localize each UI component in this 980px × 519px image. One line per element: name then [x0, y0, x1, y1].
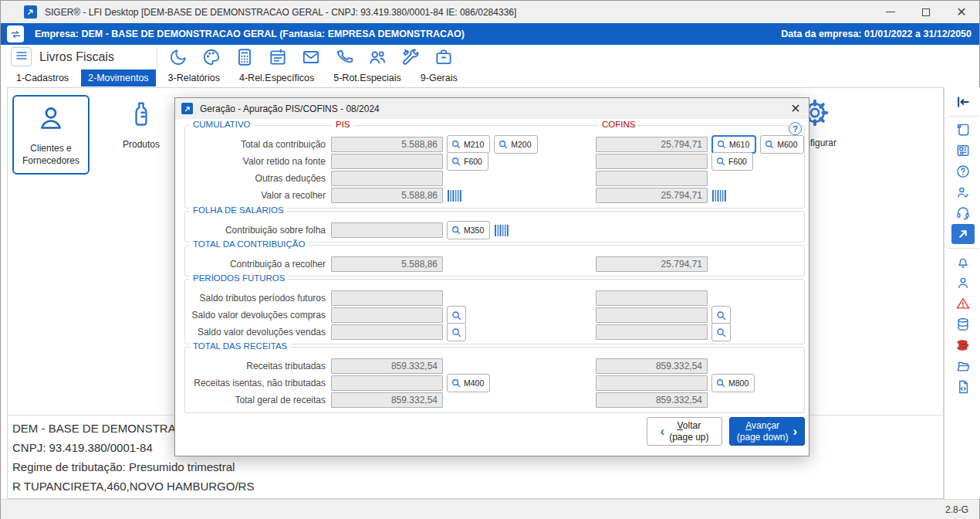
dialog-close-icon[interactable]: ✕	[782, 98, 809, 119]
shortcut-label: Clientes e Fornecedores	[14, 143, 88, 167]
main-toolbar: Livros Fiscais	[1, 45, 979, 69]
cofins-outras-deducoes-field	[596, 171, 708, 186]
sidebar-divider	[948, 116, 978, 117]
briefcase-icon[interactable]	[434, 47, 454, 67]
dialog-title: Geração - Apuração PIS/COFINS - 08/2024	[200, 103, 380, 114]
m400-button[interactable]: M400	[447, 374, 490, 392]
row-valor-retido: Valor retido na fonte F600 F600	[185, 153, 801, 170]
m350-button[interactable]: M350	[447, 221, 490, 239]
shortcut-label: Produtos	[123, 139, 160, 151]
m200-button[interactable]: M200	[494, 135, 537, 154]
window-title: SIGER® - LFI Desktop [DEM-BASE DE DEMONS…	[45, 7, 516, 18]
section-periodos-futuros: PERÍODOS FUTUROS Saldo tributos períodos…	[184, 279, 805, 344]
close-button[interactable]: ✕	[944, 1, 979, 23]
tab-movimentos[interactable]: 2-Movimentos	[81, 70, 156, 86]
moon-icon[interactable]	[168, 47, 188, 67]
row-contribuicao-recolher: Contribuição a recolher 5.588,86 25.794,…	[185, 256, 801, 273]
coins-icon[interactable]	[951, 335, 975, 355]
window-titlebar: SIGER® - LFI Desktop [DEM-BASE DE DEMONS…	[1, 1, 979, 23]
tab-cadastros[interactable]: 1-Cadastros	[9, 70, 76, 86]
barcode-icon[interactable]	[711, 190, 728, 202]
barcode-icon[interactable]	[494, 225, 511, 236]
row-saldo-tributos: Saldo tributos períodos futuros	[185, 290, 801, 307]
row-outras-deducoes: Outras deduções	[185, 170, 801, 187]
company-switch-icon[interactable]	[7, 25, 24, 42]
phone-icon[interactable]	[334, 47, 354, 67]
row-contribuicao-folha: Contribuição sobre folha M350	[185, 222, 801, 239]
search-button[interactable]	[711, 306, 731, 324]
search-button[interactable]	[447, 306, 466, 324]
search-button[interactable]	[711, 323, 731, 341]
folder-open-icon[interactable]	[951, 356, 975, 376]
menu-tabbar: 1-Cadastros 2-Movimentos 3-Relatórios 4-…	[1, 69, 979, 87]
user-icon[interactable]	[951, 273, 975, 293]
database-icon[interactable]	[951, 314, 975, 334]
help-icon[interactable]	[951, 161, 975, 181]
section-cumulativo: CUMULATIVO PIS COFINS Total da contribui…	[184, 125, 805, 209]
collapse-panel-icon[interactable]	[951, 92, 975, 112]
menu-button[interactable]	[11, 47, 32, 66]
m800-button[interactable]: M800	[711, 374, 755, 392]
tab-relatorios[interactable]: 3-Relatórios	[161, 70, 227, 86]
alert-icon[interactable]	[951, 293, 975, 314]
field-label: Total da contribuição	[185, 139, 331, 150]
calculator-icon[interactable]	[235, 47, 255, 67]
sidebar-divider	[948, 248, 978, 249]
file-code-icon[interactable]	[951, 377, 975, 397]
row-receitas-isentas: Receitas isentas, não tributadas M400 M8…	[185, 375, 801, 392]
pis-valor-recolher-field: 5.588,86	[331, 188, 443, 203]
cofins-receitas-tributadas-field: 859.332,54	[596, 358, 708, 374]
barcode-icon[interactable]	[447, 190, 464, 202]
f600-cofins-button[interactable]: F600	[711, 152, 753, 171]
right-sidebar	[944, 87, 980, 499]
company-bar: Empresa: DEM - BASE DE DEMONSTRACAO GERA…	[1, 23, 979, 45]
tab-rot-especiais[interactable]: 5-Rot.Especiais	[326, 70, 408, 86]
field-label: Contribuição sobre folha	[185, 225, 331, 236]
section-total-receitas: TOTAL DAS RECEITAS Receitas tributadas 8…	[184, 347, 805, 413]
m610-button[interactable]: M610	[711, 135, 756, 154]
cofins-contribuicao-recolher-field: 25.794,71	[596, 256, 708, 272]
field-label: Contribuição a recolher	[185, 259, 331, 270]
users-icon[interactable]	[367, 47, 387, 67]
maximize-button[interactable]	[908, 1, 944, 23]
voltar-button[interactable]: ‹ Voltar (page up)	[647, 417, 722, 446]
tools-icon[interactable]	[400, 47, 421, 67]
pis-receitas-tributadas-field: 859.332,54	[331, 358, 443, 374]
m210-button[interactable]: M210	[447, 135, 490, 154]
mail-icon[interactable]	[301, 47, 321, 67]
toolbar-divider	[157, 48, 157, 66]
tab-rel-especificos[interactable]: 4-Rel.Específicos	[232, 70, 321, 86]
company-info-line: R TUPANCIRETA,460,NOVO HAMBURGO/RS	[12, 477, 254, 496]
m600-button[interactable]: M600	[760, 135, 803, 154]
module-title: Livros Fiscais	[39, 50, 114, 64]
headset-icon[interactable]	[951, 203, 975, 223]
field-label: Receitas isentas, não tributadas	[185, 378, 331, 388]
minimize-button[interactable]	[873, 1, 908, 23]
external-link-icon[interactable]	[951, 224, 975, 244]
f600-pis-button[interactable]: F600	[447, 152, 488, 171]
cofins-valor-retido-field	[596, 154, 708, 169]
news-icon[interactable]	[951, 141, 975, 161]
user-check-icon[interactable]	[951, 182, 975, 202]
script-icon[interactable]	[951, 120, 975, 140]
bell-icon[interactable]	[951, 252, 975, 272]
cofins-valor-recolher-field: 25.794,71	[596, 188, 708, 203]
avancar-button[interactable]: Avançar (page down) ›	[729, 417, 805, 446]
tab-gerais[interactable]: 9-Gerais	[414, 70, 465, 86]
pis-total-contribuicao-field: 5.588,86	[331, 137, 443, 152]
field-label: Saldo valor devoluções vendas	[185, 327, 331, 338]
palette-icon[interactable]	[201, 47, 221, 67]
shortcut-clientes-fornecedores[interactable]: Clientes e Fornecedores	[12, 95, 90, 175]
search-button[interactable]	[447, 323, 466, 341]
pis-saldo-tributos-field	[331, 290, 443, 306]
shortcut-produtos[interactable]: Produtos	[108, 99, 174, 151]
company-info-line: Regime de tributação: Presumido trimestr…	[12, 457, 254, 477]
voltar-sublabel: (page up)	[669, 432, 708, 443]
agenda-icon[interactable]	[268, 47, 288, 67]
field-label: Saldo valor devoluções compras	[185, 310, 331, 321]
avancar-label: Avançar	[745, 420, 779, 432]
pis-contribuicao-folha-field	[331, 222, 443, 238]
section-total-contribuicao: TOTAL DA CONTRIBUIÇÃO Contribuição a rec…	[184, 245, 805, 276]
voltar-label: Voltar	[677, 420, 701, 432]
status-bar: 2.8-G	[1, 499, 979, 519]
